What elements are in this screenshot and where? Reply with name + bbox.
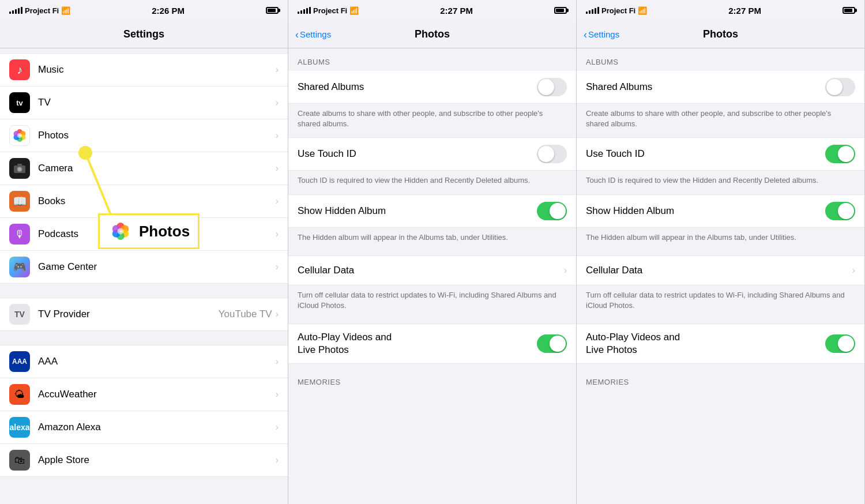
aaa-icon: AAA [9, 351, 30, 372]
shared-albums-row-1[interactable]: Shared Albums [288, 71, 576, 104]
bar1 [586, 12, 588, 14]
cellular-data-row-2[interactable]: Cellular Data › [577, 255, 864, 285]
settings-item-tv[interactable]: tv TV › [0, 86, 288, 119]
shared-albums-row-2[interactable]: Shared Albums [577, 71, 864, 104]
nav-bar-2: ‹ Settings Photos [288, 21, 576, 48]
chevron-music: › [276, 65, 279, 75]
autoplay-row-2[interactable]: Auto-Play Videos andLive Photos [577, 324, 864, 364]
status-icons-1 [266, 7, 279, 14]
cellular-data-row-1[interactable]: Cellular Data › [288, 255, 576, 285]
apps-section: AAA AAA › 🌤 AccuWeather › alexa Amazon A… [0, 345, 288, 477]
memories-section-header-2: MEMORIES [577, 368, 864, 391]
photos-icon [9, 125, 30, 146]
autoplay-label-1: Auto-Play Videos andLive Photos [298, 331, 537, 356]
autoplay-row-1[interactable]: Auto-Play Videos andLive Photos [288, 324, 576, 364]
main-settings-section: ♪ Music › tv TV › [0, 53, 288, 284]
autoplay-toggle-2[interactable] [825, 334, 855, 353]
chevron-gamecenter: › [276, 262, 279, 272]
bar2 [589, 10, 591, 14]
use-touchid-toggle-1[interactable] [537, 145, 567, 163]
nav-back-3[interactable]: ‹ Settings [584, 29, 619, 40]
use-touchid-desc-2: Touch ID is required to view the Hidden … [577, 171, 864, 194]
nav-back-2[interactable]: ‹ Settings [295, 29, 331, 40]
amazon-icon: alexa [9, 417, 30, 438]
bar1 [9, 12, 11, 14]
use-touchid-row-2[interactable]: Use Touch ID [577, 137, 864, 171]
svg-point-17 [118, 228, 124, 235]
cellular-data-desc-1: Turn off cellular data to restrict updat… [288, 285, 576, 319]
settings-item-aaa[interactable]: AAA AAA › [0, 345, 288, 378]
chevron-amazon: › [276, 422, 279, 432]
use-touchid-desc-1: Touch ID is required to view the Hidden … [288, 171, 576, 194]
chevron-cellular-1: › [564, 265, 567, 276]
chevron-tv: › [276, 97, 279, 108]
bar4 [18, 8, 20, 14]
show-hidden-toggle-1[interactable] [537, 202, 567, 220]
bar3 [15, 9, 17, 14]
bar2 [300, 10, 302, 14]
show-hidden-row-1[interactable]: Show Hidden Album [288, 194, 576, 228]
status-bar-3: Project Fi 📶 2:27 PM [577, 0, 864, 21]
shared-albums-toggle-2[interactable] [825, 78, 855, 96]
bar5 [309, 7, 311, 14]
panel-photos-2: Project Fi 📶 2:27 PM ‹ Settings Photos A… [577, 0, 865, 504]
chevron-photos: › [276, 130, 279, 141]
aaa-label: AAA [38, 356, 276, 367]
battery-icon-1 [266, 7, 279, 14]
shared-albums-knob-2 [826, 79, 843, 95]
battery-fill-1 [268, 9, 276, 12]
autoplay-toggle-1[interactable] [537, 334, 567, 353]
annotation-photos-text: Photos [139, 223, 190, 240]
show-hidden-desc-1: The Hidden album will appear in the Albu… [288, 228, 576, 251]
settings-item-tvprovider[interactable]: TV TV Provider YouTube TV › [0, 298, 288, 331]
signal-icon-3 [586, 7, 599, 14]
show-hidden-knob-1 [550, 203, 566, 219]
gamecenter-icon: 🎮 [9, 257, 30, 277]
bar3 [592, 9, 593, 14]
settings-item-music[interactable]: ♪ Music › [0, 53, 288, 86]
show-hidden-toggle-2[interactable] [825, 202, 855, 220]
show-hidden-row-2[interactable]: Show Hidden Album [577, 194, 864, 228]
chevron-podcasts: › [276, 229, 279, 239]
use-touchid-knob-2 [838, 146, 854, 162]
appstore-label: Apple Store [38, 454, 276, 466]
bar3 [303, 9, 305, 14]
shared-albums-label-1: Shared Albums [298, 81, 537, 93]
settings-item-appstore[interactable]: 🛍 Apple Store › [0, 444, 288, 477]
accuweather-icon: 🌤 [9, 384, 30, 405]
use-touchid-row-1[interactable]: Use Touch ID [288, 137, 576, 171]
tv-label: TV [38, 97, 276, 108]
use-touchid-label-1: Use Touch ID [298, 148, 537, 160]
svg-rect-10 [17, 164, 22, 166]
shared-albums-label-2: Shared Albums [586, 81, 825, 93]
use-touchid-knob-1 [538, 146, 554, 162]
settings-item-amazon[interactable]: alexa Amazon Alexa › [0, 411, 288, 444]
chevron-appstore: › [276, 455, 279, 465]
signal-icon-2 [298, 7, 311, 14]
battery-fill-3 [844, 9, 852, 12]
status-icons-2 [554, 7, 567, 14]
settings-item-camera[interactable]: Camera › [0, 152, 288, 185]
status-bar-1: Project Fi 📶 2:26 PM [0, 0, 288, 21]
photos-label: Photos [38, 130, 276, 141]
photos-content-1: ALBUMS Shared Albums Create albums to sh… [288, 48, 576, 504]
settings-item-photos[interactable]: Photos › [0, 119, 288, 152]
cellular-data-label-1: Cellular Data [298, 265, 564, 276]
settings-list: ♪ Music › tv TV › [0, 48, 288, 504]
cellular-data-label-2: Cellular Data [586, 265, 852, 276]
nav-back-label-2: Settings [300, 29, 331, 39]
wifi-icon-1: 📶 [61, 6, 70, 15]
camera-svg [13, 163, 26, 174]
shared-albums-toggle-1[interactable] [537, 78, 567, 96]
chevron-accuweather: › [276, 389, 279, 400]
books-icon: 📖 [9, 191, 30, 212]
photos-content-2: ALBUMS Shared Albums Create albums to sh… [577, 48, 864, 504]
bar2 [12, 10, 14, 14]
tv-provider-section: TV TV Provider YouTube TV › [0, 298, 288, 331]
use-touchid-label-2: Use Touch ID [586, 148, 825, 160]
settings-item-gamecenter[interactable]: 🎮 Game Center › [0, 251, 288, 284]
settings-item-accuweather[interactable]: 🌤 AccuWeather › [0, 378, 288, 411]
use-touchid-toggle-2[interactable] [825, 145, 855, 163]
chevron-tvprovider: › [276, 309, 279, 319]
camera-icon [9, 158, 30, 179]
